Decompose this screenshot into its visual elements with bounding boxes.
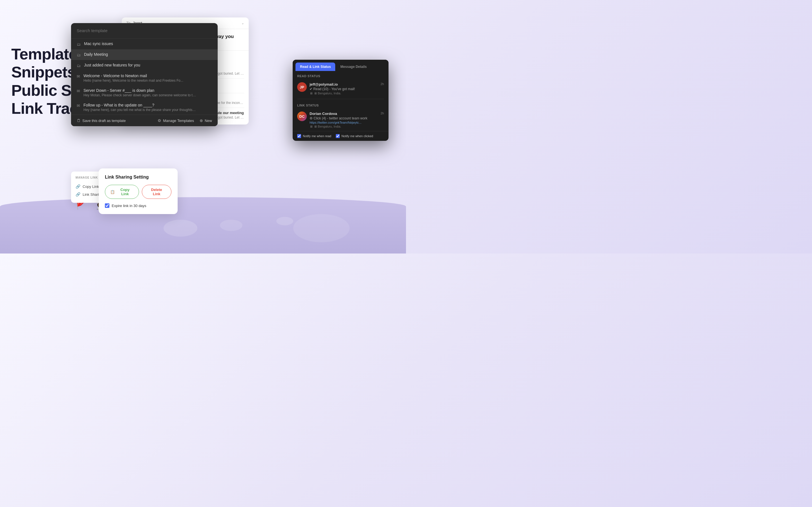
- user-name: jeff@polymail.io: [310, 82, 378, 87]
- email-icon: ✉: [77, 74, 80, 78]
- expire-label: Expire link in 30 days: [112, 204, 146, 208]
- notify-click-label: Notify me when clicked: [342, 134, 373, 138]
- gear-icon: ⚙: [158, 118, 161, 123]
- time-label: 2h: [380, 112, 384, 115]
- search-input[interactable]: [77, 28, 212, 33]
- time-label: 2h: [380, 82, 384, 86]
- template-item-title: Daily Meeting: [84, 52, 108, 57]
- location: 🖥 🖥 Bengaluru, India.: [310, 125, 378, 128]
- status-tabs: Read & Link Status Message Details: [293, 60, 389, 71]
- location: 🖥 🖥 Bengaluru, India.: [310, 92, 378, 95]
- expire-checkbox[interactable]: [105, 203, 109, 208]
- email-icon: ✉: [77, 89, 80, 93]
- link-sharing-title: Link Sharing Setting: [105, 175, 171, 180]
- template-search-container[interactable]: [71, 23, 218, 39]
- status-footer: Notify me when read Notify me when click…: [293, 131, 389, 141]
- read-status-item: JP jeff@polymail.io ✔ Read (10) - You've…: [293, 79, 389, 98]
- link-sharing-panel: Link Sharing Setting 📋 Copy Link Delete …: [99, 168, 177, 214]
- link-icon: 🔗: [75, 184, 80, 189]
- save-icon: 🗒: [77, 118, 81, 123]
- template-item-subtitle: Hey Motan, Please check server down agai…: [84, 93, 196, 97]
- notify-click-checkbox[interactable]: [336, 134, 340, 138]
- expire-row: Expire link in 30 days: [105, 203, 171, 208]
- delete-link-button[interactable]: Delete Link: [142, 185, 171, 199]
- link-status-section: Link Status: [293, 100, 389, 109]
- link-status-content: Dorian Cordova ⚙ Click (4) - twitter acc…: [310, 112, 378, 128]
- template-item-title: Just added new features for you: [84, 63, 140, 67]
- template-panel: 🗂 Mac sync issues 🗂 Daily Meeting 🗂 Just…: [71, 23, 218, 126]
- template-item-title: Welcome - Welcome to Newton mail: [84, 73, 183, 78]
- moon-decoration: [0, 175, 406, 253]
- link-sharing-buttons: 📋 Copy Link Delete Link: [105, 185, 171, 199]
- copy-icon: 📋: [110, 190, 115, 194]
- read-status-content: jeff@polymail.io ✔ Read (10) - You've go…: [310, 82, 378, 95]
- template-item-title: Follow up - What is the update on ____?: [84, 103, 196, 107]
- template-item-welcome[interactable]: ✉ Welcome - Welcome to Newton mail Hello…: [71, 71, 218, 86]
- copy-link-button[interactable]: 📋 Copy Link: [105, 185, 139, 199]
- link-url: https://twitter.com/gnkTeam/fskjwytc...: [310, 121, 378, 124]
- template-item-subtitle: Hey {name here}, can you tell me what is…: [84, 108, 196, 112]
- divider: [297, 99, 384, 99]
- template-footer: 🗒 Save this draft as template ⚙ Manage T…: [71, 115, 218, 126]
- chevron-down-icon[interactable]: ⌄: [241, 21, 244, 25]
- flag-decoration: 🚩: [76, 202, 85, 210]
- notify-read-label: Notify me when read: [303, 134, 331, 138]
- settings-link-icon: 🔗: [75, 192, 80, 196]
- template-item-title: Server Down - Server #___ is down plan: [84, 88, 196, 93]
- template-item[interactable]: 🗂 Mac sync issues: [71, 39, 218, 49]
- template-item-daily[interactable]: 🗂 Daily Meeting: [71, 49, 218, 60]
- status-panel: Read & Link Status Message Details Read …: [293, 60, 389, 141]
- email-icon: ✉: [77, 103, 80, 108]
- monitor-icon: 🖥: [310, 125, 313, 128]
- monitor-icon: 🖥: [310, 92, 313, 95]
- template-item-server[interactable]: ✉ Server Down - Server #___ is down plan…: [71, 86, 218, 100]
- notify-click-item: Notify me when clicked: [336, 134, 373, 138]
- template-item-subtitle: Hello {name here}, Welcome to the newton…: [84, 78, 183, 82]
- folder-icon: 🗂: [77, 42, 81, 47]
- folder-icon: 🗂: [77, 63, 81, 68]
- avatar: JP: [297, 82, 307, 92]
- read-status-section: Read Status: [293, 71, 389, 79]
- new-template-button[interactable]: ⊕ New: [200, 118, 212, 123]
- manage-templates-button[interactable]: ⚙ Manage Templates: [158, 118, 194, 123]
- template-list: 🗂 Mac sync issues 🗂 Daily Meeting 🗂 Just…: [71, 39, 218, 115]
- user-name: Dorian Cordova: [310, 112, 378, 116]
- folder-icon: 🗂: [77, 53, 81, 57]
- save-draft-button[interactable]: 🗒 Save this draft as template: [77, 118, 126, 123]
- template-item[interactable]: 🗂 Just added new features for you: [71, 60, 218, 71]
- avatar: DC: [297, 112, 307, 121]
- plus-icon: ⊕: [200, 118, 203, 123]
- tab-read-link-status[interactable]: Read & Link Status: [296, 62, 335, 71]
- link-detail: ⚙ Click (4) - twitter account team work: [310, 116, 378, 120]
- template-item-followup[interactable]: ✉ Follow up - What is the update on ____…: [71, 100, 218, 115]
- tab-message-details[interactable]: Message Details: [336, 62, 371, 71]
- template-item-title: Mac sync issues: [84, 41, 113, 46]
- link-status-item: DC Dorian Cordova ⚙ Click (4) - twitter …: [293, 109, 389, 131]
- notify-read-item: Notify me when read: [297, 134, 331, 138]
- copy-link-label: Copy Link: [83, 184, 99, 189]
- read-detail: ✔ Read (10) - You've got mail!: [310, 87, 378, 91]
- notify-read-checkbox[interactable]: [297, 134, 301, 138]
